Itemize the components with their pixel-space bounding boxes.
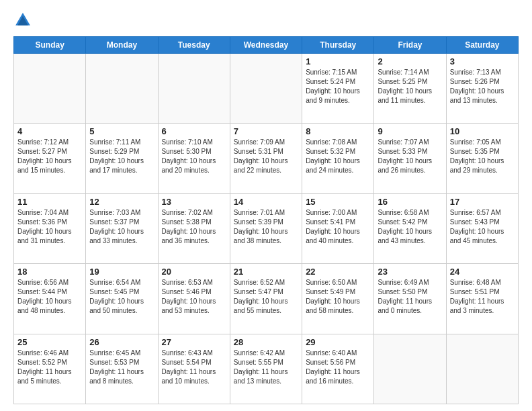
calendar-cell: 29Sunrise: 6:40 AM Sunset: 5:56 PM Dayli… <box>302 334 374 404</box>
day-number: 20 <box>162 267 226 277</box>
calendar-cell <box>230 54 302 124</box>
day-info: Sunrise: 7:07 AM Sunset: 5:33 PM Dayligh… <box>378 138 442 175</box>
day-number: 26 <box>89 337 154 347</box>
day-number: 5 <box>89 126 154 136</box>
day-number: 18 <box>17 267 82 277</box>
day-info: Sunrise: 7:00 AM Sunset: 5:41 PM Dayligh… <box>306 208 370 246</box>
calendar-cell: 4Sunrise: 7:12 AM Sunset: 5:27 PM Daylig… <box>14 124 86 193</box>
calendar-cell <box>158 54 230 124</box>
day-info: Sunrise: 7:08 AM Sunset: 5:32 PM Dayligh… <box>306 138 370 175</box>
header <box>13 11 519 30</box>
calendar-cell: 17Sunrise: 6:57 AM Sunset: 5:43 PM Dayli… <box>446 193 518 263</box>
day-info: Sunrise: 6:43 AM Sunset: 5:54 PM Dayligh… <box>162 349 226 386</box>
calendar-cell: 24Sunrise: 6:48 AM Sunset: 5:51 PM Dayli… <box>446 264 518 334</box>
day-info: Sunrise: 7:13 AM Sunset: 5:26 PM Dayligh… <box>450 68 515 105</box>
day-number: 13 <box>162 197 226 207</box>
calendar-cell: 6Sunrise: 7:10 AM Sunset: 5:30 PM Daylig… <box>158 124 230 193</box>
weekday-monday: Monday <box>86 37 158 54</box>
day-number: 12 <box>89 197 154 207</box>
day-number: 25 <box>17 337 82 347</box>
week-row-3: 11Sunrise: 7:04 AM Sunset: 5:36 PM Dayli… <box>14 193 519 263</box>
weekday-friday: Friday <box>374 37 446 54</box>
calendar-cell <box>446 334 518 404</box>
day-info: Sunrise: 7:01 AM Sunset: 5:39 PM Dayligh… <box>234 208 298 246</box>
calendar-cell: 5Sunrise: 7:11 AM Sunset: 5:29 PM Daylig… <box>86 124 158 193</box>
day-info: Sunrise: 7:02 AM Sunset: 5:38 PM Dayligh… <box>162 208 226 246</box>
calendar-cell <box>86 54 158 124</box>
calendar-cell: 11Sunrise: 7:04 AM Sunset: 5:36 PM Dayli… <box>14 193 86 263</box>
calendar-cell: 21Sunrise: 6:52 AM Sunset: 5:47 PM Dayli… <box>230 264 302 334</box>
day-info: Sunrise: 6:54 AM Sunset: 5:45 PM Dayligh… <box>89 278 154 316</box>
weekday-saturday: Saturday <box>446 37 518 54</box>
day-info: Sunrise: 6:42 AM Sunset: 5:55 PM Dayligh… <box>234 349 298 386</box>
day-number: 8 <box>306 126 370 136</box>
day-number: 24 <box>450 267 515 277</box>
week-row-2: 4Sunrise: 7:12 AM Sunset: 5:27 PM Daylig… <box>14 124 519 193</box>
week-row-1: 1Sunrise: 7:15 AM Sunset: 5:24 PM Daylig… <box>14 54 519 124</box>
calendar-cell: 22Sunrise: 6:50 AM Sunset: 5:49 PM Dayli… <box>302 264 374 334</box>
day-info: Sunrise: 6:56 AM Sunset: 5:44 PM Dayligh… <box>17 278 82 316</box>
day-info: Sunrise: 6:52 AM Sunset: 5:47 PM Dayligh… <box>234 278 298 316</box>
day-info: Sunrise: 7:04 AM Sunset: 5:36 PM Dayligh… <box>17 208 82 246</box>
calendar-cell: 26Sunrise: 6:45 AM Sunset: 5:53 PM Dayli… <box>86 334 158 404</box>
weekday-tuesday: Tuesday <box>158 37 230 54</box>
day-number: 17 <box>450 197 515 207</box>
calendar-cell: 9Sunrise: 7:07 AM Sunset: 5:33 PM Daylig… <box>374 124 446 193</box>
calendar-cell <box>374 334 446 404</box>
generalblue-logo-icon <box>13 11 32 30</box>
calendar-cell: 3Sunrise: 7:13 AM Sunset: 5:26 PM Daylig… <box>446 54 518 124</box>
day-number: 16 <box>378 197 442 207</box>
day-number: 15 <box>306 197 370 207</box>
calendar-cell: 10Sunrise: 7:05 AM Sunset: 5:35 PM Dayli… <box>446 124 518 193</box>
calendar-cell: 25Sunrise: 6:46 AM Sunset: 5:52 PM Dayli… <box>14 334 86 404</box>
calendar-cell: 15Sunrise: 7:00 AM Sunset: 5:41 PM Dayli… <box>302 193 374 263</box>
day-number: 27 <box>162 337 226 347</box>
day-info: Sunrise: 6:40 AM Sunset: 5:56 PM Dayligh… <box>306 349 370 386</box>
calendar-cell: 18Sunrise: 6:56 AM Sunset: 5:44 PM Dayli… <box>14 264 86 334</box>
weekday-sunday: Sunday <box>14 37 86 54</box>
day-number: 10 <box>450 126 515 136</box>
day-number: 21 <box>234 267 298 277</box>
calendar-cell: 1Sunrise: 7:15 AM Sunset: 5:24 PM Daylig… <box>302 54 374 124</box>
weekday-header-row: SundayMondayTuesdayWednesdayThursdayFrid… <box>14 37 519 54</box>
day-info: Sunrise: 6:57 AM Sunset: 5:43 PM Dayligh… <box>450 208 515 246</box>
day-info: Sunrise: 7:05 AM Sunset: 5:35 PM Dayligh… <box>450 138 515 175</box>
day-number: 22 <box>306 267 370 277</box>
week-row-4: 18Sunrise: 6:56 AM Sunset: 5:44 PM Dayli… <box>14 264 519 334</box>
weekday-thursday: Thursday <box>302 37 374 54</box>
day-number: 7 <box>234 126 298 136</box>
day-number: 14 <box>234 197 298 207</box>
day-info: Sunrise: 7:15 AM Sunset: 5:24 PM Dayligh… <box>306 68 370 105</box>
day-info: Sunrise: 6:49 AM Sunset: 5:50 PM Dayligh… <box>378 278 442 316</box>
day-info: Sunrise: 7:09 AM Sunset: 5:31 PM Dayligh… <box>234 138 298 175</box>
calendar-cell: 20Sunrise: 6:53 AM Sunset: 5:46 PM Dayli… <box>158 264 230 334</box>
day-number: 6 <box>162 126 226 136</box>
day-info: Sunrise: 7:03 AM Sunset: 5:37 PM Dayligh… <box>89 208 154 246</box>
day-info: Sunrise: 7:14 AM Sunset: 5:25 PM Dayligh… <box>378 68 442 105</box>
day-number: 29 <box>306 337 370 347</box>
day-number: 4 <box>17 126 82 136</box>
calendar-table: SundayMondayTuesdayWednesdayThursdayFrid… <box>13 36 519 404</box>
day-number: 3 <box>450 56 515 66</box>
day-info: Sunrise: 7:10 AM Sunset: 5:30 PM Dayligh… <box>162 138 226 175</box>
calendar-cell: 19Sunrise: 6:54 AM Sunset: 5:45 PM Dayli… <box>86 264 158 334</box>
page: SundayMondayTuesdayWednesdayThursdayFrid… <box>0 0 532 411</box>
calendar-cell: 12Sunrise: 7:03 AM Sunset: 5:37 PM Dayli… <box>86 193 158 263</box>
calendar-cell: 16Sunrise: 6:58 AM Sunset: 5:42 PM Dayli… <box>374 193 446 263</box>
calendar-cell: 14Sunrise: 7:01 AM Sunset: 5:39 PM Dayli… <box>230 193 302 263</box>
day-number: 9 <box>378 126 442 136</box>
day-info: Sunrise: 6:53 AM Sunset: 5:46 PM Dayligh… <box>162 278 226 316</box>
day-number: 1 <box>306 56 370 66</box>
weekday-wednesday: Wednesday <box>230 37 302 54</box>
day-info: Sunrise: 6:48 AM Sunset: 5:51 PM Dayligh… <box>450 278 515 316</box>
calendar-cell <box>14 54 86 124</box>
calendar-cell: 27Sunrise: 6:43 AM Sunset: 5:54 PM Dayli… <box>158 334 230 404</box>
week-row-5: 25Sunrise: 6:46 AM Sunset: 5:52 PM Dayli… <box>14 334 519 404</box>
day-number: 23 <box>378 267 442 277</box>
day-info: Sunrise: 7:11 AM Sunset: 5:29 PM Dayligh… <box>89 138 154 175</box>
calendar-cell: 2Sunrise: 7:14 AM Sunset: 5:25 PM Daylig… <box>374 54 446 124</box>
day-info: Sunrise: 6:46 AM Sunset: 5:52 PM Dayligh… <box>17 349 82 386</box>
calendar-cell: 23Sunrise: 6:49 AM Sunset: 5:50 PM Dayli… <box>374 264 446 334</box>
day-number: 11 <box>17 197 82 207</box>
calendar-cell: 13Sunrise: 7:02 AM Sunset: 5:38 PM Dayli… <box>158 193 230 263</box>
